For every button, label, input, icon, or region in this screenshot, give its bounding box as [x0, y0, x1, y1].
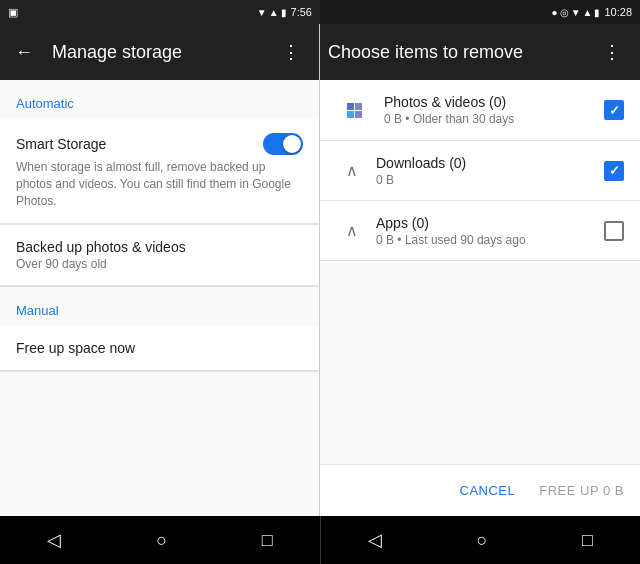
- right-maps-icon: ◎: [560, 7, 569, 18]
- action-bar: CANCEL FREE UP 0 B: [320, 464, 640, 516]
- apps-item-title: Apps (0): [376, 215, 604, 231]
- list-item-downloads[interactable]: ∧ Downloads (0) 0 B: [320, 141, 640, 201]
- left-battery-icon: ▮: [281, 7, 287, 18]
- right-signal-icon: ▲: [583, 7, 593, 18]
- free-up-row[interactable]: Free up space now: [0, 326, 319, 371]
- backed-up-title: Backed up photos & videos: [16, 239, 303, 255]
- downloads-checkbox[interactable]: [604, 161, 624, 181]
- photos-icon: [336, 92, 372, 128]
- left-home-nav[interactable]: ○: [136, 522, 187, 559]
- cancel-button[interactable]: CANCEL: [460, 483, 516, 498]
- left-app-bar: ← Manage storage ⋮: [0, 24, 319, 80]
- list-item-apps[interactable]: ∧ Apps (0) 0 B • Last used 90 days ago: [320, 201, 640, 261]
- smart-storage-toggle[interactable]: [263, 133, 303, 155]
- manage-storage-panel: ← Manage storage ⋮ Automatic Smart Stora…: [0, 24, 320, 516]
- right-status-bar: ● ◎ ▼ ▲ ▮ 10:28: [320, 0, 640, 24]
- back-button[interactable]: ←: [4, 32, 44, 72]
- manual-section-label: Manual: [0, 287, 319, 326]
- left-time: 7:56: [291, 6, 312, 18]
- photos-item-subtitle: 0 B • Older than 30 days: [384, 112, 604, 126]
- right-back-nav[interactable]: ◁: [348, 521, 402, 559]
- apps-item-text: Apps (0) 0 B • Last used 90 days ago: [376, 215, 604, 247]
- apps-expand-icon[interactable]: ∧: [336, 215, 368, 247]
- smart-storage-desc: When storage is almost full, remove back…: [16, 159, 303, 209]
- right-app-bar: Choose items to remove ⋮: [320, 24, 640, 80]
- left-wifi-icon: ▼: [257, 7, 267, 18]
- right-panel-content: Photos & videos (0) 0 B • Older than 30 …: [320, 80, 640, 464]
- right-time: 10:28: [604, 6, 632, 18]
- downloads-item-text: Downloads (0) 0 B: [376, 155, 604, 187]
- downloads-item-subtitle: 0 B: [376, 173, 604, 187]
- downloads-expand-icon[interactable]: ∧: [336, 155, 368, 187]
- page-title: Manage storage: [52, 42, 271, 63]
- overflow-menu-icon: ⋮: [282, 41, 300, 63]
- back-icon: ←: [15, 42, 33, 63]
- right-msg-icon: ●: [552, 7, 558, 18]
- left-nav-bar: ◁ ○ □: [0, 516, 320, 564]
- smart-storage-row: Smart Storage When storage is almost ful…: [0, 119, 319, 224]
- backed-up-row[interactable]: Backed up photos & videos Over 90 days o…: [0, 225, 319, 286]
- list-item-photos[interactable]: Photos & videos (0) 0 B • Older than 30 …: [320, 80, 640, 141]
- left-notification-icon: ▣: [8, 6, 18, 19]
- right-overflow-menu-icon: ⋮: [603, 41, 621, 63]
- apps-checkbox[interactable]: [604, 221, 624, 241]
- left-recent-nav[interactable]: □: [242, 522, 293, 559]
- apps-item-subtitle: 0 B • Last used 90 days ago: [376, 233, 604, 247]
- smart-storage-title: Smart Storage: [16, 136, 106, 152]
- right-menu-button[interactable]: ⋮: [592, 32, 632, 72]
- left-panel-content: Automatic Smart Storage When storage is …: [0, 80, 319, 516]
- left-back-nav[interactable]: ◁: [27, 521, 81, 559]
- right-battery-icon: ▮: [594, 7, 600, 18]
- downloads-item-title: Downloads (0): [376, 155, 604, 171]
- choose-items-panel: Choose items to remove ⋮: [320, 24, 640, 516]
- left-menu-button[interactable]: ⋮: [271, 32, 311, 72]
- backed-up-subtitle: Over 90 days old: [16, 257, 303, 271]
- divider-3: [0, 371, 319, 372]
- right-nav-bar: ◁ ○ □: [320, 516, 640, 564]
- photos-item-text: Photos & videos (0) 0 B • Older than 30 …: [384, 94, 604, 126]
- automatic-section-label: Automatic: [0, 80, 319, 119]
- right-wifi-icon: ▼: [571, 7, 581, 18]
- left-signal-icon: ▲: [269, 7, 279, 18]
- photos-item-title: Photos & videos (0): [384, 94, 604, 110]
- left-status-bar: ▣ ▼ ▲ ▮ 7:56: [0, 0, 320, 24]
- right-panel-title: Choose items to remove: [328, 42, 592, 63]
- free-up-button[interactable]: FREE UP 0 B: [539, 483, 624, 498]
- right-home-nav[interactable]: ○: [457, 522, 508, 559]
- free-up-title: Free up space now: [16, 340, 303, 356]
- photos-checkbox[interactable]: [604, 100, 624, 120]
- right-recent-nav[interactable]: □: [562, 522, 613, 559]
